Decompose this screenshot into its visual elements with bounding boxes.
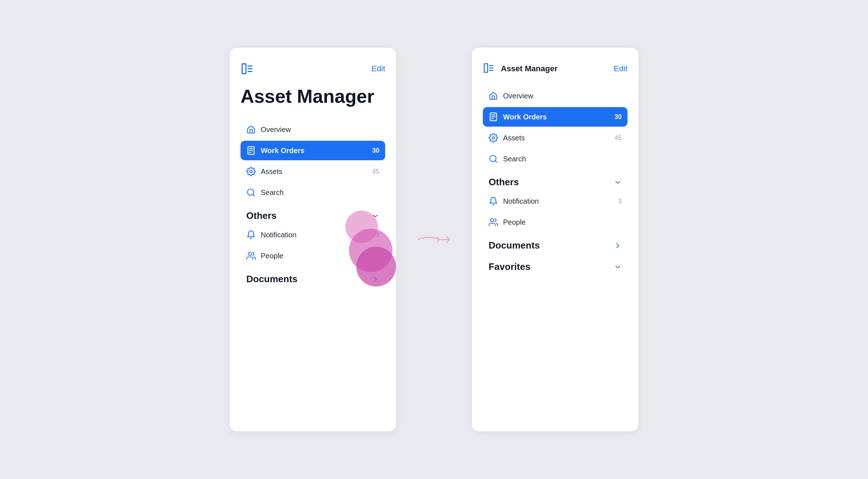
right-nav-overview[interactable]: Overview (483, 86, 627, 106)
search-icon (246, 188, 256, 197)
left-overview-label: Overview (261, 126, 379, 134)
left-nav-work-orders[interactable]: Work Orders 30 (241, 141, 385, 160)
file-icon (246, 146, 256, 155)
right-bell-icon (489, 196, 498, 206)
svg-point-11 (248, 252, 251, 255)
left-app-title: Asset Manager (241, 86, 385, 107)
right-notification-badge: 3 (618, 198, 622, 205)
people-icon (246, 251, 256, 260)
home-icon (246, 125, 256, 134)
right-edit-button[interactable]: Edit (614, 64, 627, 73)
bell-icon (246, 230, 256, 240)
right-nav-notification[interactable]: Notification 3 (483, 191, 627, 211)
svg-rect-13 (484, 64, 488, 72)
svg-point-8 (250, 170, 252, 173)
right-home-icon (489, 91, 498, 101)
left-documents-title: Documents (246, 274, 298, 285)
left-work-orders-label: Work Orders (261, 147, 367, 155)
right-nav-search[interactable]: Search (483, 149, 627, 169)
left-edit-button[interactable]: Edit (371, 64, 385, 73)
right-notification-label: Notification (503, 197, 613, 205)
right-work-orders-badge: 30 (614, 113, 622, 121)
arrow-svg (418, 233, 450, 246)
right-documents-title: Documents (489, 240, 540, 251)
right-chevron-down-icon-2 (614, 263, 622, 271)
right-card-header: Asset Manager Edit (483, 62, 627, 75)
right-section-others[interactable]: Others (483, 170, 627, 191)
svg-point-21 (492, 137, 495, 139)
right-app-title: Asset Manager (501, 64, 558, 73)
right-card: Asset Manager Edit Overview (472, 48, 638, 431)
svg-rect-0 (242, 64, 246, 74)
right-chevron-down-icon (614, 178, 622, 186)
right-assets-badge: 45 (614, 134, 622, 142)
right-people-label: People (503, 218, 622, 226)
svg-line-10 (253, 194, 255, 196)
gear-icon (246, 167, 256, 176)
right-others-title: Others (489, 177, 519, 188)
left-assets-label: Assets (261, 168, 367, 176)
right-nav-assets[interactable]: Assets 45 (483, 128, 627, 148)
right-menu-icon (483, 62, 496, 75)
svg-point-24 (490, 219, 494, 222)
right-file-icon (489, 112, 498, 122)
menu-icon (241, 62, 254, 75)
right-work-orders-label: Work Orders (503, 113, 609, 121)
left-nav-assets[interactable]: Assets 45 (241, 162, 385, 181)
right-search-label: Search (503, 155, 622, 163)
left-card-header: Edit (241, 62, 385, 75)
scene: Edit Asset Manager Overview (0, 0, 868, 479)
right-section-favorites[interactable]: Favorites (483, 255, 627, 276)
right-header-left: Asset Manager (483, 62, 558, 75)
left-nav-search[interactable]: Search (241, 183, 385, 202)
right-people-icon (489, 217, 498, 227)
left-others-title: Others (246, 210, 277, 221)
transition-arrow (418, 233, 450, 246)
left-assets-badge: 45 (372, 168, 379, 175)
svg-line-23 (495, 161, 497, 162)
left-card: Edit Asset Manager Overview (230, 48, 396, 431)
right-assets-label: Assets (503, 134, 609, 142)
right-favorites-title: Favorites (489, 261, 531, 272)
right-nav-work-orders[interactable]: Work Orders 30 (483, 107, 627, 127)
right-gear-icon (489, 133, 498, 143)
right-section-documents[interactable]: Documents (483, 233, 627, 255)
bubble-3 (356, 247, 396, 287)
right-nav-people[interactable]: People (483, 212, 627, 232)
left-work-orders-badge: 30 (372, 147, 379, 154)
right-search-icon (489, 154, 498, 164)
right-chevron-right-icon (614, 242, 622, 250)
left-nav-overview[interactable]: Overview (241, 120, 385, 139)
right-overview-label: Overview (503, 92, 622, 100)
left-search-label: Search (261, 188, 379, 197)
